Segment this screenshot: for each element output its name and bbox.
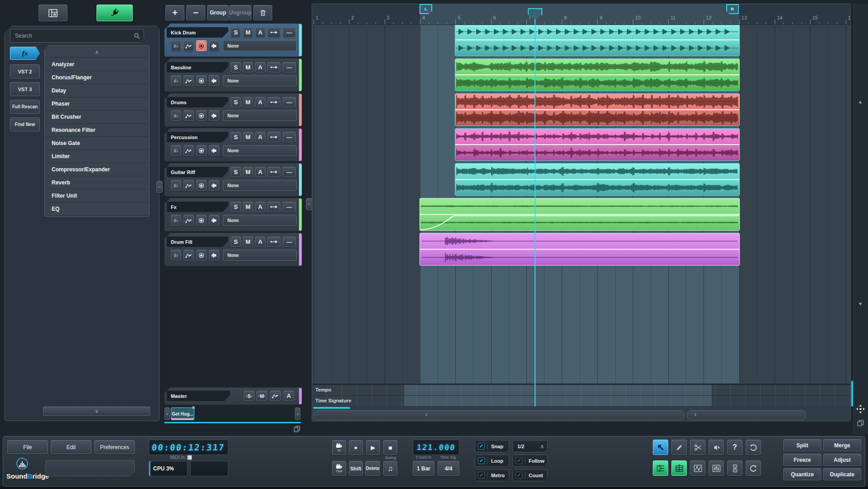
sidebar-tab-fx[interactable]: fx [10, 47, 40, 60]
mixer-view-tool-button[interactable] [709, 460, 724, 476]
close-icon[interactable]: × [192, 405, 197, 410]
count-in-value-button[interactable]: 1 Bar [413, 461, 434, 476]
track-auto-button[interactable]: A [255, 202, 265, 212]
track-name-field[interactable]: Drums [167, 97, 228, 107]
track-name-field[interactable]: Kick Drum [167, 27, 228, 38]
plugin-item[interactable]: Delay [45, 84, 149, 97]
grid-view-tool-button[interactable] [671, 460, 687, 476]
plugin-item[interactable]: Resonance Filter [45, 124, 149, 137]
track-pitch-button[interactable]: ♯♭ [171, 75, 181, 86]
track-pitch-button[interactable]: ♯♭ [171, 180, 181, 191]
audio-clip-fx[interactable] [420, 199, 739, 230]
project-tabs-next-button[interactable]: › [295, 407, 300, 420]
master-automation-curve-button[interactable] [270, 391, 281, 401]
toggle-count[interactable]: ✓Count [512, 469, 548, 481]
track-length-icon-button[interactable] [267, 132, 280, 142]
stop-button[interactable]: ■ [383, 440, 397, 455]
patch-view-tool-button[interactable] [727, 460, 743, 476]
pan-tool-icon[interactable] [856, 404, 866, 414]
track-io-dropdown[interactable]: None [223, 180, 297, 191]
h-scrollbar[interactable] [313, 410, 685, 420]
track-monitor-button[interactable] [209, 180, 219, 191]
track-mute-button[interactable]: M [243, 237, 253, 247]
split-button[interactable]: Split [783, 439, 821, 451]
track-name-field[interactable]: Guitar Riff [167, 167, 228, 177]
track-monitor-button[interactable] [209, 145, 219, 156]
track-monitor-button[interactable] [209, 75, 219, 86]
play-button[interactable]: ▶ [366, 440, 380, 455]
track-record-arm-button[interactable] [196, 110, 207, 121]
track-io-dropdown[interactable]: None [223, 110, 297, 121]
project-tab[interactable]: Get Hug... [171, 407, 194, 420]
track-auto-button[interactable]: A [255, 97, 265, 107]
track-minimize-button[interactable]: — [283, 27, 296, 38]
track-list-tool-button[interactable] [653, 460, 668, 476]
track-solo-button[interactable]: S [231, 237, 241, 247]
edit-menu-button[interactable]: Edit [51, 440, 92, 454]
track-monitor-button[interactable] [209, 40, 219, 51]
audio-clip-drum-fill[interactable] [420, 233, 739, 265]
track-record-arm-button[interactable] [196, 75, 207, 86]
timeline-ruler[interactable]: 12345678910111213141516 [312, 4, 850, 25]
track-record-arm-button[interactable] [196, 250, 207, 261]
snap-value-dropdown[interactable]: 1/2∧ [512, 440, 548, 452]
track-solo-button[interactable]: S [231, 167, 241, 177]
plugin-item[interactable]: EQ [45, 203, 149, 216]
full-rescan-button[interactable]: Full Rescan [10, 100, 40, 114]
plugin-item[interactable]: Limiter [45, 150, 149, 163]
punch-out-button[interactable]: Out [332, 461, 346, 476]
ungroup-button[interactable]: Ungroup [229, 5, 251, 20]
swing-note-button[interactable]: ♫ [383, 461, 397, 476]
toggle-metro[interactable]: ✓Metro [475, 469, 509, 481]
track-monitor-button[interactable] [209, 215, 219, 226]
toggle-loop[interactable]: ✓Loop [475, 455, 509, 467]
adjust-button[interactable]: Adjust [823, 454, 861, 466]
help-tool-button[interactable]: ? [727, 440, 743, 455]
track-record-arm-button[interactable] [196, 215, 207, 226]
h-scrollbar-right[interactable] [687, 410, 806, 420]
track-auto-button[interactable]: A [255, 237, 265, 247]
track-monitor-button[interactable] [209, 110, 219, 121]
track-mute-button[interactable]: M [243, 202, 253, 212]
audio-clip-kick-drum[interactable] [455, 25, 739, 56]
master-auto-button[interactable]: A [284, 391, 294, 401]
track-length-icon-button[interactable] [267, 62, 280, 73]
preferences-menu-button[interactable]: Preferences [94, 440, 135, 454]
panel-divider-handle[interactable]: ‹› [306, 198, 312, 210]
track-pitch-button[interactable]: ♯♭ [171, 145, 181, 156]
track-automation-curve-button[interactable] [183, 180, 194, 191]
plugin-item[interactable]: Compressor/Expander [45, 163, 149, 176]
toggle-snap[interactable]: ✓Snap [475, 440, 509, 452]
track-length-icon-button[interactable] [267, 202, 280, 212]
find-new-button[interactable]: Find New [10, 117, 40, 131]
remove-track-button[interactable]: − [186, 5, 205, 20]
file-menu-button[interactable]: File [7, 440, 48, 454]
panel-layout-button[interactable] [39, 5, 68, 21]
track-solo-button[interactable]: S [231, 97, 241, 107]
scroll-down-icon[interactable]: ▼ [855, 302, 865, 308]
track-io-dropdown[interactable]: None [223, 215, 297, 226]
track-pitch-button[interactable]: ♯♭ [171, 110, 181, 121]
track-minimize-button[interactable]: — [283, 237, 296, 247]
scroll-left-icon[interactable]: ‹ [421, 411, 431, 419]
group-button[interactable]: Group [207, 5, 229, 20]
track-io-dropdown[interactable]: None [223, 75, 297, 86]
track-auto-button[interactable]: A [255, 132, 265, 142]
redo-tool-button[interactable] [746, 460, 761, 476]
shift-button[interactable]: Shift [349, 461, 363, 476]
v-scroll-thumb[interactable] [851, 381, 853, 407]
duplicate-view-icon[interactable] [857, 420, 864, 427]
punch-in-button[interactable]: In [332, 440, 346, 455]
master-mute-button[interactable]: ·M· [256, 391, 267, 401]
track-minimize-button[interactable]: — [283, 202, 296, 212]
track-io-dropdown[interactable]: None [223, 40, 297, 51]
plugin-item[interactable]: Filter Unit [45, 189, 149, 203]
track-name-field[interactable]: Drum Fill [167, 237, 228, 247]
track-solo-button[interactable]: S [231, 202, 241, 212]
merge-button[interactable]: Merge [823, 439, 861, 451]
track-name-field[interactable]: Bassline [167, 62, 228, 73]
track-minimize-button[interactable]: — [283, 97, 296, 107]
midi-in-checkbox[interactable] [187, 455, 192, 460]
panel-divider-handle[interactable]: ‹› [156, 181, 163, 193]
track-automation-curve-button[interactable] [183, 110, 194, 121]
